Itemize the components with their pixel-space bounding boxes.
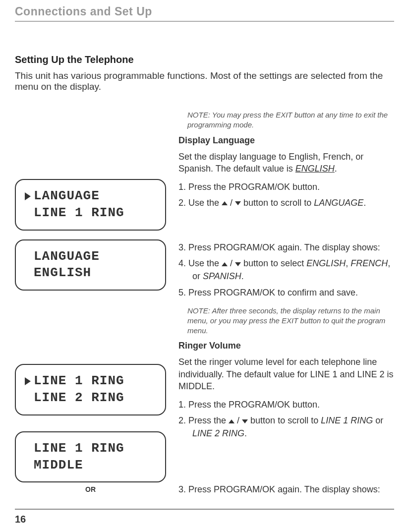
language-steps: 1. Press the PROGRAM/OK button. 2. Use t… bbox=[178, 180, 394, 209]
lcd-line: ENGLISH bbox=[34, 265, 91, 282]
step: 3. Press PROGRAM/OK again. The display s… bbox=[178, 241, 394, 254]
note-timeout: NOTE: After three seconds, the display r… bbox=[187, 306, 394, 336]
instruction-column: NOTE: You may press the EXIT button at a… bbox=[178, 107, 394, 503]
lcd-line: MIDDLE bbox=[34, 457, 83, 474]
arrow-up-icon bbox=[222, 201, 228, 205]
step: 2. Press the / button to scroll to LINE … bbox=[178, 414, 394, 440]
step: 3. Press PROGRAM/OK again. The display s… bbox=[178, 483, 394, 496]
language-heading: Display Language bbox=[178, 135, 394, 146]
ringer-desc: Set the ringer volume level for each tel… bbox=[178, 356, 394, 392]
header-title: Connections and Set Up bbox=[15, 5, 394, 18]
ringer-steps: 1. Press the PROGRAM/OK button. 2. Press… bbox=[178, 398, 394, 440]
step: 5. Press PROGRAM/OK to confirm and save. bbox=[178, 286, 394, 299]
or-label: OR bbox=[15, 485, 166, 493]
ringer-heading: Ringer Volume bbox=[178, 341, 394, 351]
arrow-down-icon bbox=[235, 201, 241, 205]
cursor-icon bbox=[25, 377, 31, 385]
note-exit: NOTE: You may press the EXIT button at a… bbox=[187, 110, 394, 130]
lcd-line: LINE 1 RING bbox=[34, 440, 124, 457]
arrow-up-icon bbox=[222, 262, 228, 266]
section-title: Setting Up the Telephone bbox=[15, 54, 394, 65]
step: 1. Press the PROGRAM/OK button. bbox=[178, 180, 394, 193]
step: 4. Use the / button to select ENGLISH, F… bbox=[178, 257, 394, 283]
lcd-column: LANGUAGE LINE 1 RING LANGUAGE ENGLISH LI… bbox=[15, 107, 166, 503]
lcd-ringer-menu: LINE 1 RING LINE 2 RING bbox=[15, 364, 166, 415]
section-intro: This unit has various programmable funct… bbox=[15, 70, 394, 92]
language-desc: Set the display language to English, Fre… bbox=[178, 151, 394, 175]
page-footer: 16 bbox=[15, 509, 394, 525]
lcd-language-value: LANGUAGE ENGLISH bbox=[15, 239, 166, 291]
lcd-line: LINE 2 RING bbox=[34, 390, 124, 407]
lcd-ringer-value: LINE 1 RING MIDDLE bbox=[15, 431, 166, 483]
arrow-down-icon bbox=[242, 419, 248, 423]
cursor-icon bbox=[25, 192, 31, 200]
lcd-line: LANGUAGE bbox=[34, 248, 100, 265]
lcd-line: LANGUAGE bbox=[34, 188, 100, 205]
lcd-line: LINE 1 RING bbox=[34, 373, 124, 390]
lcd-language-menu: LANGUAGE LINE 1 RING bbox=[15, 179, 166, 231]
arrow-down-icon bbox=[235, 262, 241, 266]
lcd-line: LINE 1 RING bbox=[34, 205, 124, 222]
ringer-steps-cont: 3. Press PROGRAM/OK again. The display s… bbox=[178, 483, 394, 496]
page-number: 16 bbox=[15, 514, 26, 525]
language-steps-cont: 3. Press PROGRAM/OK again. The display s… bbox=[178, 241, 394, 298]
arrow-up-icon bbox=[229, 419, 234, 423]
step: 1. Press the PROGRAM/OK button. bbox=[178, 398, 394, 411]
page-header: Connections and Set Up bbox=[15, 0, 394, 22]
step: 2. Use the / button to scroll to LANGUAG… bbox=[178, 196, 394, 209]
